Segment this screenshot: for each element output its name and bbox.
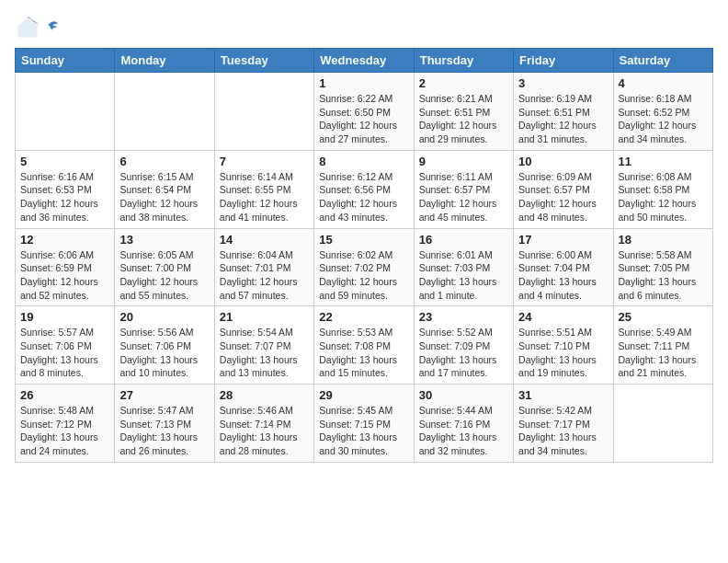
cell-info: Sunrise: 5:47 AM Sunset: 7:13 PM Dayligh… bbox=[119, 404, 209, 458]
day-number: 25 bbox=[619, 310, 708, 324]
calendar-cell: 21Sunrise: 5:54 AM Sunset: 7:07 PM Dayli… bbox=[214, 306, 313, 385]
calendar-cell bbox=[214, 73, 313, 151]
calendar-cell: 31Sunrise: 5:42 AM Sunset: 7:17 PM Dayli… bbox=[514, 385, 613, 463]
calendar-cell: 23Sunrise: 5:52 AM Sunset: 7:09 PM Dayli… bbox=[414, 306, 513, 385]
col-header-wednesday: Wednesday bbox=[314, 49, 414, 73]
calendar-cell: 6Sunrise: 6:15 AM Sunset: 6:54 PM Daylig… bbox=[115, 150, 214, 228]
calendar-cell: 15Sunrise: 6:02 AM Sunset: 7:02 PM Dayli… bbox=[314, 228, 414, 306]
cell-info: Sunrise: 5:48 AM Sunset: 7:12 PM Dayligh… bbox=[20, 404, 109, 458]
cell-info: Sunrise: 5:52 AM Sunset: 7:09 PM Dayligh… bbox=[419, 326, 508, 380]
day-number: 12 bbox=[20, 233, 109, 247]
day-number: 29 bbox=[319, 388, 408, 402]
day-number: 19 bbox=[20, 310, 109, 324]
calendar-cell: 24Sunrise: 5:51 AM Sunset: 7:10 PM Dayli… bbox=[514, 306, 613, 385]
calendar-cell: 27Sunrise: 5:47 AM Sunset: 7:13 PM Dayli… bbox=[115, 385, 214, 463]
calendar-cell: 9Sunrise: 6:11 AM Sunset: 6:57 PM Daylig… bbox=[414, 150, 513, 228]
day-number: 9 bbox=[419, 155, 508, 168]
day-number: 18 bbox=[619, 233, 708, 247]
day-number: 26 bbox=[20, 388, 109, 402]
calendar-cell: 19Sunrise: 5:57 AM Sunset: 7:06 PM Dayli… bbox=[16, 306, 115, 385]
cell-info: Sunrise: 6:05 AM Sunset: 7:00 PM Dayligh… bbox=[119, 248, 209, 303]
calendar-cell: 22Sunrise: 5:53 AM Sunset: 7:08 PM Dayli… bbox=[314, 306, 414, 385]
cell-info: Sunrise: 5:58 AM Sunset: 7:05 PM Dayligh… bbox=[619, 248, 708, 303]
calendar-cell: 25Sunrise: 5:49 AM Sunset: 7:11 PM Dayli… bbox=[613, 306, 712, 385]
col-header-sunday: Sunday bbox=[16, 49, 115, 73]
cell-info: Sunrise: 6:16 AM Sunset: 6:53 PM Dayligh… bbox=[20, 170, 109, 224]
day-number: 30 bbox=[419, 388, 508, 402]
cell-info: Sunrise: 6:02 AM Sunset: 7:02 PM Dayligh… bbox=[319, 248, 408, 303]
calendar-cell: 1Sunrise: 6:22 AM Sunset: 6:50 PM Daylig… bbox=[314, 73, 414, 151]
cell-info: Sunrise: 6:21 AM Sunset: 6:51 PM Dayligh… bbox=[419, 92, 508, 146]
week-row-1: 1Sunrise: 6:22 AM Sunset: 6:50 PM Daylig… bbox=[16, 73, 713, 151]
page-header bbox=[15, 15, 713, 40]
calendar-cell: 3Sunrise: 6:19 AM Sunset: 6:51 PM Daylig… bbox=[514, 73, 613, 151]
day-number: 13 bbox=[119, 233, 209, 247]
cell-info: Sunrise: 5:56 AM Sunset: 7:06 PM Dayligh… bbox=[119, 326, 209, 380]
cell-info: Sunrise: 6:15 AM Sunset: 6:54 PM Dayligh… bbox=[119, 170, 209, 224]
day-number: 21 bbox=[220, 310, 309, 324]
cell-info: Sunrise: 6:18 AM Sunset: 6:52 PM Dayligh… bbox=[619, 92, 708, 146]
day-number: 23 bbox=[419, 310, 508, 324]
calendar-cell bbox=[613, 385, 712, 463]
cell-info: Sunrise: 6:12 AM Sunset: 6:56 PM Dayligh… bbox=[319, 170, 408, 224]
col-header-saturday: Saturday bbox=[613, 49, 712, 73]
day-number: 17 bbox=[518, 233, 608, 247]
cell-info: Sunrise: 5:46 AM Sunset: 7:14 PM Dayligh… bbox=[220, 404, 309, 458]
day-number: 14 bbox=[220, 233, 309, 247]
calendar-cell: 4Sunrise: 6:18 AM Sunset: 6:52 PM Daylig… bbox=[613, 73, 712, 151]
day-number: 31 bbox=[518, 388, 608, 402]
col-header-monday: Monday bbox=[115, 49, 214, 73]
day-number: 16 bbox=[419, 233, 508, 247]
day-number: 10 bbox=[518, 155, 608, 168]
day-number: 4 bbox=[619, 76, 708, 90]
cell-info: Sunrise: 5:45 AM Sunset: 7:15 PM Dayligh… bbox=[319, 404, 408, 458]
logo-bird-icon bbox=[43, 19, 60, 36]
cell-info: Sunrise: 5:44 AM Sunset: 7:16 PM Dayligh… bbox=[419, 404, 508, 458]
calendar-cell: 10Sunrise: 6:09 AM Sunset: 6:57 PM Dayli… bbox=[514, 150, 613, 228]
day-number: 11 bbox=[619, 155, 708, 168]
cell-info: Sunrise: 5:53 AM Sunset: 7:08 PM Dayligh… bbox=[319, 326, 408, 380]
cell-info: Sunrise: 6:04 AM Sunset: 7:01 PM Dayligh… bbox=[220, 248, 309, 303]
day-number: 7 bbox=[220, 155, 309, 168]
cell-info: Sunrise: 5:51 AM Sunset: 7:10 PM Dayligh… bbox=[518, 326, 608, 380]
day-number: 20 bbox=[119, 310, 209, 324]
day-number: 8 bbox=[319, 155, 408, 168]
calendar-cell: 30Sunrise: 5:44 AM Sunset: 7:16 PM Dayli… bbox=[414, 385, 513, 463]
day-number: 3 bbox=[518, 76, 608, 90]
col-header-friday: Friday bbox=[514, 49, 613, 73]
calendar-cell: 11Sunrise: 6:08 AM Sunset: 6:58 PM Dayli… bbox=[613, 150, 712, 228]
cell-info: Sunrise: 5:54 AM Sunset: 7:07 PM Dayligh… bbox=[220, 326, 309, 380]
calendar-cell: 12Sunrise: 6:06 AM Sunset: 6:59 PM Dayli… bbox=[16, 228, 115, 306]
cell-info: Sunrise: 5:49 AM Sunset: 7:11 PM Dayligh… bbox=[619, 326, 708, 380]
calendar-cell: 29Sunrise: 5:45 AM Sunset: 7:15 PM Dayli… bbox=[314, 385, 414, 463]
calendar-cell: 8Sunrise: 6:12 AM Sunset: 6:56 PM Daylig… bbox=[314, 150, 414, 228]
cell-info: Sunrise: 6:01 AM Sunset: 7:03 PM Dayligh… bbox=[419, 248, 508, 303]
week-row-3: 12Sunrise: 6:06 AM Sunset: 6:59 PM Dayli… bbox=[16, 228, 713, 306]
calendar-cell bbox=[16, 73, 115, 151]
cell-info: Sunrise: 6:08 AM Sunset: 6:58 PM Dayligh… bbox=[619, 170, 708, 224]
svg-marker-1 bbox=[18, 18, 38, 38]
calendar-cell: 14Sunrise: 6:04 AM Sunset: 7:01 PM Dayli… bbox=[214, 228, 313, 306]
cell-info: Sunrise: 6:14 AM Sunset: 6:55 PM Dayligh… bbox=[220, 170, 309, 224]
cell-info: Sunrise: 6:11 AM Sunset: 6:57 PM Dayligh… bbox=[419, 170, 508, 224]
calendar-cell: 18Sunrise: 5:58 AM Sunset: 7:05 PM Dayli… bbox=[613, 228, 712, 306]
calendar-cell: 5Sunrise: 6:16 AM Sunset: 6:53 PM Daylig… bbox=[16, 150, 115, 228]
cell-info: Sunrise: 5:42 AM Sunset: 7:17 PM Dayligh… bbox=[518, 404, 608, 458]
calendar-cell: 2Sunrise: 6:21 AM Sunset: 6:51 PM Daylig… bbox=[414, 73, 513, 151]
col-header-tuesday: Tuesday bbox=[214, 49, 313, 73]
day-number: 27 bbox=[119, 388, 209, 402]
cell-info: Sunrise: 6:19 AM Sunset: 6:51 PM Dayligh… bbox=[518, 92, 608, 146]
calendar-cell: 26Sunrise: 5:48 AM Sunset: 7:12 PM Dayli… bbox=[16, 385, 115, 463]
calendar-cell: 13Sunrise: 6:05 AM Sunset: 7:00 PM Dayli… bbox=[115, 228, 214, 306]
calendar-cell: 17Sunrise: 6:00 AM Sunset: 7:04 PM Dayli… bbox=[514, 228, 613, 306]
day-number: 22 bbox=[319, 310, 408, 324]
cell-info: Sunrise: 5:57 AM Sunset: 7:06 PM Dayligh… bbox=[20, 326, 109, 380]
day-number: 2 bbox=[419, 76, 508, 90]
day-number: 28 bbox=[220, 388, 309, 402]
week-row-5: 26Sunrise: 5:48 AM Sunset: 7:12 PM Dayli… bbox=[16, 385, 713, 463]
cell-info: Sunrise: 6:22 AM Sunset: 6:50 PM Dayligh… bbox=[319, 92, 408, 146]
cell-info: Sunrise: 6:09 AM Sunset: 6:57 PM Dayligh… bbox=[518, 170, 608, 224]
day-number: 1 bbox=[319, 76, 408, 90]
day-number: 6 bbox=[119, 155, 209, 168]
calendar-cell bbox=[115, 73, 214, 151]
